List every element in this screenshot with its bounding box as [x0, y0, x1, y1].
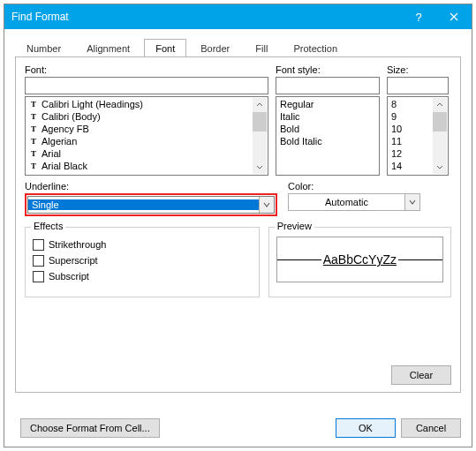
underline-combo[interactable]: Single [27, 196, 275, 214]
close-icon [450, 12, 458, 21]
clear-button[interactable]: Clear [391, 365, 451, 385]
size-label: Size: [387, 64, 449, 75]
dropdown-button[interactable] [404, 194, 419, 210]
truetype-icon: T [27, 112, 40, 121]
tab-fill[interactable]: Fill [244, 39, 279, 56]
cancel-button[interactable]: Cancel [401, 418, 461, 438]
list-item[interactable]: TCalibri Light (Headings) [26, 98, 268, 110]
truetype-icon: T [27, 100, 40, 109]
list-item[interactable]: TAlgerian [26, 135, 268, 147]
dropdown-button[interactable] [259, 197, 274, 213]
font-input[interactable] [25, 77, 268, 94]
tab-font[interactable]: Font [144, 39, 186, 56]
font-listbox[interactable]: TCalibri Light (Headings) TCalibri (Body… [25, 96, 268, 176]
scrollbar[interactable] [253, 98, 267, 174]
list-item[interactable]: Italic [276, 110, 379, 123]
help-button[interactable]: ? [401, 4, 436, 29]
checkbox-icon [33, 271, 44, 282]
truetype-icon: T [27, 149, 40, 158]
superscript-checkbox[interactable]: Superscript [33, 252, 252, 268]
preview-text: AaBbCcYyZz [321, 252, 398, 267]
scroll-down-button[interactable] [253, 160, 267, 174]
subscript-checkbox[interactable]: Subscript [33, 268, 252, 284]
list-item[interactable]: TAgency FB [26, 123, 268, 135]
dialog-footer: Choose Format From Cell... OK Cancel [15, 418, 461, 438]
window-title: Find Format [11, 11, 401, 23]
scroll-thumb[interactable] [433, 112, 447, 132]
tab-bar: Number Alignment Font Border Fill Protec… [15, 38, 461, 57]
scroll-thumb[interactable] [253, 112, 267, 132]
tab-alignment[interactable]: Alignment [75, 39, 141, 56]
checkbox-icon [33, 239, 44, 251]
tab-number[interactable]: Number [15, 39, 72, 56]
chevron-down-icon [409, 199, 416, 206]
font-style-listbox[interactable]: Regular Italic Bold Bold Italic [276, 96, 380, 176]
color-label: Color: [288, 181, 420, 192]
choose-format-button[interactable]: Choose Format From Cell... [20, 418, 160, 438]
preview-group: Preview AaBbCcYyZz [268, 227, 451, 297]
titlebar: Find Format ? [4, 4, 472, 29]
chevron-up-icon [256, 101, 263, 109]
list-item[interactable]: Bold Italic [276, 135, 379, 147]
chevron-up-icon [436, 101, 443, 109]
ok-button[interactable]: OK [336, 418, 396, 438]
chevron-down-icon [263, 201, 270, 208]
truetype-icon: T [27, 137, 40, 146]
truetype-icon: T [27, 162, 40, 170]
list-item[interactable]: Bold [276, 123, 379, 135]
size-listbox[interactable]: 8 9 10 11 12 14 [387, 96, 449, 176]
preview-box: AaBbCcYyZz [276, 237, 443, 282]
scroll-up-button[interactable] [253, 98, 267, 112]
preview-group-title: Preview [275, 221, 314, 231]
font-label: Font: [25, 64, 268, 75]
effects-group: Effects Strikethrough Superscript Subscr… [25, 227, 260, 297]
size-input[interactable] [387, 77, 449, 94]
checkbox-icon [33, 255, 44, 267]
close-button[interactable] [436, 4, 472, 29]
list-item[interactable]: TArial Black [26, 160, 268, 172]
list-item[interactable]: TCalibri (Body) [26, 110, 268, 123]
tab-panel-font: Font: TCalibri Light (Headings) TCalibri… [15, 57, 461, 393]
scroll-down-button[interactable] [433, 160, 447, 174]
font-style-input[interactable] [276, 77, 380, 94]
scrollbar[interactable] [433, 98, 447, 174]
font-style-label: Font style: [276, 64, 380, 75]
truetype-icon: T [27, 124, 40, 133]
underline-sample-line [277, 259, 321, 260]
highlight-annotation: Single [25, 193, 277, 216]
underline-sample-line [398, 259, 442, 260]
effects-group-title: Effects [31, 221, 65, 231]
underline-label: Underline: [25, 181, 281, 192]
chevron-down-icon [436, 163, 443, 170]
scroll-up-button[interactable] [433, 98, 447, 112]
color-combo[interactable]: Automatic [288, 193, 420, 211]
chevron-down-icon [256, 163, 263, 170]
dialog-window: Find Format ? Number Alignment Font Bord… [4, 4, 472, 447]
tab-border[interactable]: Border [189, 39, 241, 56]
list-item[interactable]: Regular [276, 98, 379, 110]
list-item[interactable]: TArial [26, 147, 268, 160]
tab-protection[interactable]: Protection [282, 39, 349, 56]
strikethrough-checkbox[interactable]: Strikethrough [33, 237, 252, 252]
